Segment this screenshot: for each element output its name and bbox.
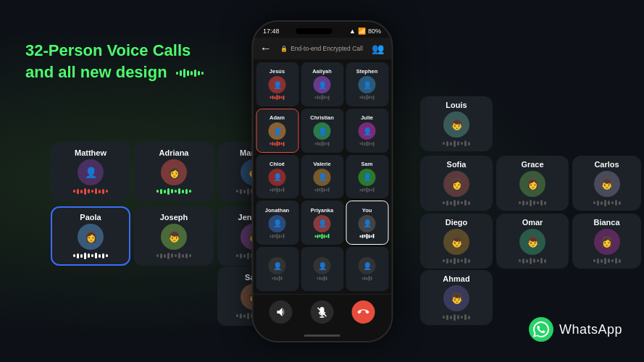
phone-wave-valerie xyxy=(315,188,330,193)
end-call-button[interactable] xyxy=(352,300,375,324)
whatsapp-label: WhatsApp xyxy=(559,322,622,337)
phone-wave-more3 xyxy=(362,276,372,281)
phone-wave-aaliyah xyxy=(315,95,330,100)
phone-card-jesus: Jesús 👤 xyxy=(256,62,298,106)
svg-rect-5 xyxy=(194,70,196,77)
phone-wave-sam xyxy=(360,188,375,193)
phone-avatar-stephen: 👤 xyxy=(359,76,376,93)
whatsapp-logo xyxy=(529,317,553,342)
wave-louis xyxy=(438,140,474,147)
participants-icon[interactable]: 👥 xyxy=(372,43,384,54)
phone-card-priyanka: Priyanka 👤 xyxy=(301,201,343,245)
phone-card-you: You 👤 xyxy=(346,201,388,245)
phone-avatar-julie: 👤 xyxy=(359,122,376,140)
wave-paola xyxy=(72,252,109,259)
phone-wave-christian xyxy=(315,141,330,146)
phone-avatar-jesus: 👤 xyxy=(269,76,286,93)
phone-avatar-chloe: 👤 xyxy=(269,169,286,186)
phone-card-more1: 👤 xyxy=(256,247,298,291)
svg-rect-7 xyxy=(201,72,204,75)
wave-bianca xyxy=(589,257,625,264)
card-adriana: Adriana 👩 xyxy=(134,142,214,201)
phone-wave-jonathan xyxy=(270,234,285,239)
avatar-sofia: 👩 xyxy=(443,171,469,197)
phone-avatar-christian: 👤 xyxy=(314,122,331,140)
phone-avatar-more3: 👤 xyxy=(359,257,376,274)
phone-wave-jesus xyxy=(270,95,285,100)
svg-rect-3 xyxy=(187,70,189,76)
waveform-decoration-icon xyxy=(176,62,204,84)
phone-avatar-more1: 👤 xyxy=(269,257,286,274)
wave-diego xyxy=(438,257,474,264)
avatar-diego: 👦 xyxy=(443,229,469,255)
wave-joseph xyxy=(156,252,192,259)
phone-card-aaliyah: Aaliyah 👤 xyxy=(301,62,343,106)
avatar-adriana: 👩 xyxy=(161,159,187,185)
card-joseph: Joseph 👦 xyxy=(134,206,214,266)
wave-grace xyxy=(514,199,551,206)
card-louis: Louis 👦 xyxy=(420,96,493,151)
phone-card-stephen: Stephen 👤 xyxy=(346,62,388,106)
card-matthew: Matthew 👤 xyxy=(51,142,130,201)
svg-rect-6 xyxy=(198,71,200,75)
card-grace: Grace 👩 xyxy=(496,156,569,211)
phone-card-valerie: Valerie 👤 xyxy=(301,155,343,199)
phone-card-chloe: Chloé 👤 xyxy=(256,155,298,199)
phone-avatar-sam: 👤 xyxy=(359,169,376,186)
avatar-joseph: 👦 xyxy=(161,224,187,250)
phone-status-icons: ▲ 📶 80% xyxy=(349,28,381,35)
phone-avatar-valerie: 👤 xyxy=(314,169,331,186)
phone-card-more3: 👤 xyxy=(346,247,388,291)
card-omar: Omar 👦 xyxy=(496,214,569,269)
mute-button[interactable] xyxy=(311,300,334,324)
call-header: ← 🔒 End-to-end Encrypted Call 👥 xyxy=(253,38,391,59)
svg-rect-0 xyxy=(176,72,178,75)
whatsapp-branding: WhatsApp xyxy=(529,317,622,342)
lock-icon: 🔒 xyxy=(280,46,288,52)
signal-icon: ▲ xyxy=(349,28,356,35)
encrypted-label: 🔒 End-to-end Encrypted Call xyxy=(280,45,363,52)
phone-wave-more1 xyxy=(272,276,283,281)
phone-card-julie: Julie 👤 xyxy=(346,109,388,153)
avatar-bianca: 👩 xyxy=(594,229,620,255)
battery-icon: 80% xyxy=(368,28,381,35)
wave-adriana xyxy=(156,188,192,195)
home-indicator xyxy=(253,329,391,341)
card-carlos: Carlos 👦 xyxy=(572,156,641,211)
card-diego: Diego 👦 xyxy=(420,214,493,269)
avatar-carlos: 👦 xyxy=(594,171,620,197)
phone-card-adam: Adam 👤 xyxy=(256,109,298,153)
avatar-omar: 👦 xyxy=(519,229,545,255)
wave-matthew xyxy=(72,188,109,195)
phone-avatar-you: 👤 xyxy=(359,215,376,232)
back-button[interactable]: ← xyxy=(260,42,272,55)
phone-avatar-adam: 👤 xyxy=(269,122,286,140)
phone-avatar-aaliyah: 👤 xyxy=(314,76,331,93)
phone-wave-stephen xyxy=(360,95,375,100)
phone-avatar-jonathan: 👤 xyxy=(269,215,286,232)
card-sofia: Sofia 👩 xyxy=(420,156,493,211)
phone-wave-you xyxy=(360,234,375,239)
phone-avatar-more2: 👤 xyxy=(314,257,331,274)
wave-ahmad xyxy=(438,313,474,321)
wifi-icon: 📶 xyxy=(358,28,366,35)
speaker-button[interactable] xyxy=(269,300,293,324)
phone-wave-priyanka xyxy=(315,234,330,239)
svg-rect-2 xyxy=(183,69,185,77)
wave-carlos xyxy=(589,199,625,206)
phone-card-more2: 👤 xyxy=(301,247,343,291)
phone-participants-grid: Jesús 👤 Aaliyah 👤 Stephen 👤 Adam 👤 xyxy=(253,59,391,294)
svg-rect-4 xyxy=(191,71,193,75)
phone-wave-julie xyxy=(360,141,375,146)
phone-avatar-priyanka: 👤 xyxy=(314,215,331,232)
avatar-ahmad: 👦 xyxy=(443,285,469,311)
phone-time: 17:48 xyxy=(263,28,280,35)
phone-notch xyxy=(296,28,333,34)
phone-status-bar: 17:48 ▲ 📶 80% xyxy=(253,22,391,38)
phone-card-jonathan: Jonathan 👤 xyxy=(256,201,298,245)
wave-omar xyxy=(514,257,551,264)
phone-wave-adam xyxy=(270,141,285,146)
card-ahmad: Ahmad 👦 xyxy=(420,270,493,325)
home-bar xyxy=(304,334,340,337)
avatar-louis: 👦 xyxy=(443,111,469,138)
